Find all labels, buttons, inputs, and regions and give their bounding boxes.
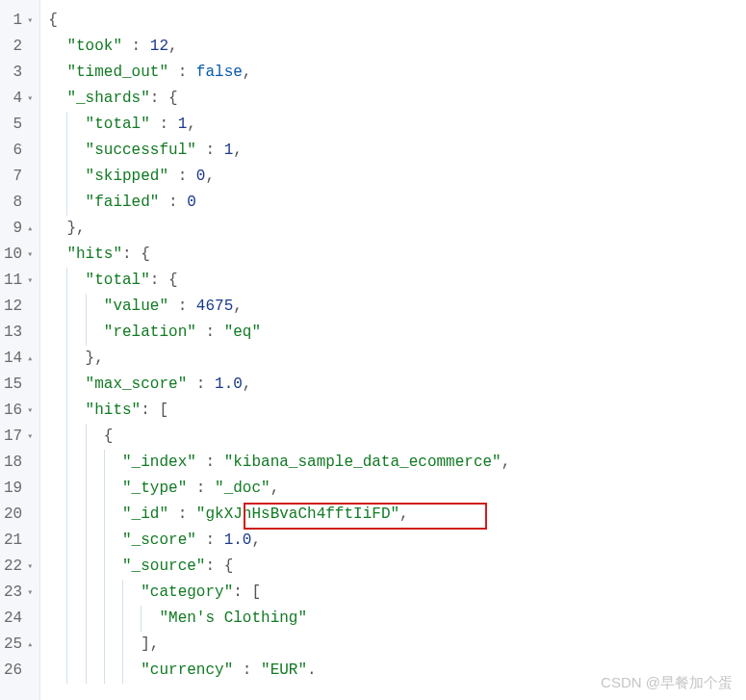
gutter-row: 21	[4, 528, 38, 554]
fold-icon[interactable]: ▴	[24, 216, 36, 242]
code-line: "total": {	[48, 268, 746, 294]
highlighted-id-value: "gkXJhHsBvaCh4fftIiFD"	[196, 506, 399, 523]
code-line: {	[48, 8, 746, 34]
gutter-row: 6	[4, 138, 38, 164]
code-line: "_source": {	[48, 554, 746, 580]
watermark-text: CSDN @早餐加个蛋	[601, 674, 733, 692]
gutter-row: 2	[4, 34, 38, 60]
gutter-row: 3	[4, 60, 38, 86]
code-line: ],	[48, 632, 746, 658]
gutter-row: 15	[4, 372, 38, 398]
fold-icon[interactable]: ▴	[24, 632, 36, 658]
gutter-row: 8	[4, 190, 38, 216]
gutter-row: 4▾	[4, 86, 38, 112]
code-line: "Men's Clothing"	[48, 606, 746, 632]
code-line: "skipped" : 0,	[48, 164, 746, 190]
code-line: "value" : 4675,	[48, 294, 746, 320]
fold-icon[interactable]: ▾	[24, 8, 36, 34]
fold-icon[interactable]: ▾	[24, 398, 36, 424]
code-line: "hits": [	[48, 398, 746, 424]
gutter-row: 19	[4, 476, 38, 502]
code-line: },	[48, 216, 746, 242]
gutter-row: 1▾	[4, 8, 38, 34]
line-gutter: 1▾ 2 3 4▾ 5 6 7 8 9▴ 10▾ 11▾ 12 13 14▴ 1…	[0, 0, 40, 700]
gutter-row: 14▴	[4, 346, 38, 372]
code-line: "_index" : "kibana_sample_data_ecommerce…	[48, 450, 746, 476]
fold-icon[interactable]: ▾	[24, 86, 36, 112]
fold-icon[interactable]: ▾	[24, 242, 36, 268]
gutter-row: 26	[4, 658, 38, 684]
fold-icon[interactable]: ▾	[24, 554, 36, 580]
code-area[interactable]: { "took" : 12, "timed_out" : false, "_sh…	[40, 0, 746, 700]
fold-icon[interactable]: ▾	[24, 268, 36, 294]
gutter-row: 20	[4, 502, 38, 528]
code-line: "_shards": {	[48, 86, 746, 112]
gutter-row: 10▾	[4, 242, 38, 268]
code-editor: 1▾ 2 3 4▾ 5 6 7 8 9▴ 10▾ 11▾ 12 13 14▴ 1…	[0, 0, 746, 700]
gutter-row: 7	[4, 164, 38, 190]
code-line: "successful" : 1,	[48, 138, 746, 164]
gutter-row: 16▾	[4, 398, 38, 424]
fold-icon[interactable]: ▾	[24, 580, 36, 606]
code-line: "timed_out" : false,	[48, 60, 746, 86]
gutter-row: 13	[4, 320, 38, 346]
gutter-row: 9▴	[4, 216, 38, 242]
code-line: "category": [	[48, 580, 746, 606]
code-line: "failed" : 0	[48, 190, 746, 216]
gutter-row: 18	[4, 450, 38, 476]
gutter-row: 25▴	[4, 632, 38, 658]
gutter-row: 24	[4, 606, 38, 632]
code-line: "_id" : "gkXJhHsBvaCh4fftIiFD",	[48, 502, 746, 528]
code-line: "max_score" : 1.0,	[48, 372, 746, 398]
gutter-row: 17▾	[4, 424, 38, 450]
gutter-row: 22▾	[4, 554, 38, 580]
fold-icon[interactable]: ▴	[24, 346, 36, 372]
code-line: "took" : 12,	[48, 34, 746, 60]
code-line: "relation" : "eq"	[48, 320, 746, 346]
code-line: "_score" : 1.0,	[48, 528, 746, 554]
gutter-row: 12	[4, 294, 38, 320]
code-line: {	[48, 424, 746, 450]
code-line: "_type" : "_doc",	[48, 476, 746, 502]
fold-icon[interactable]: ▾	[24, 424, 36, 450]
code-line: "hits": {	[48, 242, 746, 268]
code-line: },	[48, 346, 746, 372]
code-line: "total" : 1,	[48, 112, 746, 138]
gutter-row: 23▾	[4, 580, 38, 606]
gutter-row: 5	[4, 112, 38, 138]
gutter-row: 11▾	[4, 268, 38, 294]
